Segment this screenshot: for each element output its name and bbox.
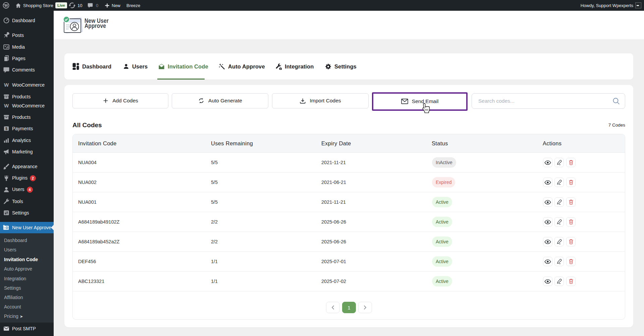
- svg-text:$: $: [5, 127, 7, 131]
- svg-text:W: W: [4, 103, 9, 108]
- svg-text:W: W: [4, 82, 9, 88]
